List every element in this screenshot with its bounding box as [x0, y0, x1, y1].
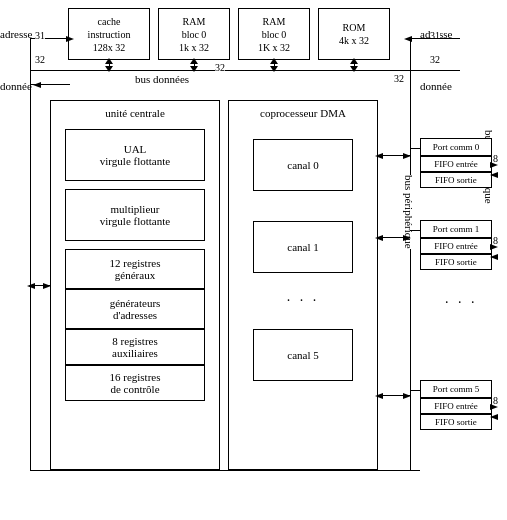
- ual-label: UALvirgule flottante: [100, 143, 170, 167]
- port1-out-arrow: [490, 242, 504, 252]
- uc-left-arrow: [43, 281, 53, 291]
- dma-label: coprocesseur DMA: [260, 107, 346, 119]
- cache-arrows: [103, 58, 115, 72]
- svg-marker-13: [403, 235, 411, 241]
- port0-box: Port comm 0: [420, 138, 492, 156]
- canal1-arrow-left: [375, 233, 385, 243]
- canal1-label: canal 1: [287, 241, 318, 253]
- ual-box: UALvirgule flottante: [65, 129, 205, 181]
- gen-addr-label: générateursd'adresses: [110, 297, 161, 321]
- svg-marker-24: [27, 283, 35, 289]
- svg-marker-2: [190, 58, 198, 64]
- reg16-label: 16 registresde contrôle: [109, 371, 160, 395]
- fifo0-in-label: FIFO entrée: [434, 159, 478, 169]
- port0-label: Port comm 0: [433, 142, 480, 152]
- reg16-box: 16 registresde contrôle: [65, 365, 205, 401]
- canal5-box: canal 5: [253, 329, 353, 381]
- canal0-arrow-left: [375, 151, 385, 161]
- canal1-arrow-right: [403, 233, 413, 243]
- right-vbus-bottom: [410, 410, 411, 470]
- addr-right-arrow2: [404, 34, 414, 44]
- canal0-label: canal 0: [287, 159, 318, 171]
- fifo5-in-box: FIFO entrée: [420, 398, 492, 414]
- port0-in-arrow: [490, 170, 504, 180]
- port5-out-arrow: [490, 402, 504, 412]
- right-hbus-bot: [410, 70, 460, 71]
- uc-left-arrow2: [27, 281, 37, 291]
- cache-box: cache instruction 128x 32: [68, 8, 150, 60]
- donnee-left-label: donnée: [0, 80, 32, 92]
- right-hbus-top: [410, 38, 460, 39]
- svg-marker-4: [270, 58, 278, 64]
- num32-right: 32: [430, 54, 440, 65]
- reg8-label: 8 registresauxiliaires: [112, 335, 158, 359]
- port5-box: Port comm 5: [420, 380, 492, 398]
- svg-marker-1: [105, 66, 113, 72]
- ram1-arrows: [268, 58, 280, 72]
- reg12-label: 12 registresgénéraux: [109, 257, 160, 281]
- port1-in-arrow: [490, 252, 504, 262]
- svg-marker-7: [350, 66, 358, 72]
- fifo5-out-label: FIFO sortie: [435, 417, 477, 427]
- port5-in-arrow: [490, 412, 504, 422]
- port1-label: Port comm 1: [433, 224, 480, 234]
- fifo1-out-label: FIFO sortie: [435, 257, 477, 267]
- bus-donnees-label: bus données: [135, 73, 189, 85]
- fifo1-in-label: FIFO entrée: [434, 241, 478, 251]
- fifo5-in-label: FIFO entrée: [434, 401, 478, 411]
- num32-rightbus: 32: [394, 73, 404, 84]
- addr-left-vline: [30, 38, 31, 70]
- canal0-box: canal 0: [253, 139, 353, 191]
- svg-marker-6: [350, 58, 358, 64]
- rom-box: ROM 4k x 32: [318, 8, 390, 60]
- svg-marker-9: [33, 82, 41, 88]
- svg-marker-16: [375, 393, 383, 399]
- ram1-box: RAM bloc 0 1K x 32: [238, 8, 310, 60]
- canal5-label: canal 5: [287, 349, 318, 361]
- num31-right: 31: [430, 30, 440, 41]
- ram0-box: RAM bloc 0 1k x 32: [158, 8, 230, 60]
- svg-marker-22: [490, 414, 498, 420]
- donnee-right-label: donnée: [420, 80, 452, 92]
- ram1-label: RAM bloc 0 1K x 32: [258, 15, 290, 54]
- svg-marker-20: [490, 254, 498, 260]
- mult-box: multiplieurvirgule flottante: [65, 189, 205, 241]
- svg-marker-14: [375, 235, 383, 241]
- reg8-box: 8 registresauxiliaires: [65, 329, 205, 365]
- fifo0-in-box: FIFO entrée: [420, 156, 492, 172]
- svg-marker-15: [403, 393, 411, 399]
- ram0-arrows: [188, 58, 200, 72]
- svg-marker-21: [490, 404, 498, 410]
- bus-32-label: 32: [215, 62, 225, 73]
- addr-right-arrow: [66, 34, 76, 44]
- donnee-left-arrow: [33, 80, 43, 90]
- unite-centrale-label: unité centrale: [105, 107, 165, 119]
- cache-label: cache instruction 128x 32: [88, 15, 131, 54]
- port0-out-arrow: [490, 160, 504, 170]
- svg-marker-17: [490, 162, 498, 168]
- svg-marker-18: [490, 172, 498, 178]
- canal5-arrow-right: [403, 391, 413, 401]
- fifo5-out-box: FIFO sortie: [420, 414, 492, 430]
- left-hbus-bottom: [30, 470, 420, 471]
- svg-marker-3: [190, 66, 198, 72]
- svg-marker-10: [404, 36, 412, 42]
- unite-centrale-box: unité centrale UALvirgule flottante mult…: [50, 100, 220, 470]
- port1-box: Port comm 1: [420, 220, 492, 238]
- canal5-arrow-left: [375, 391, 385, 401]
- fifo0-out-label: FIFO sortie: [435, 175, 477, 185]
- port-dots: · · ·: [445, 295, 478, 311]
- svg-marker-19: [490, 244, 498, 250]
- num32-left: 32: [35, 54, 45, 65]
- fifo1-in-box: FIFO entrée: [420, 238, 492, 254]
- rom-arrows: [348, 58, 360, 72]
- num31-left: 31: [35, 30, 45, 41]
- ram0-label: RAM bloc 0 1k x 32: [179, 15, 209, 54]
- canal1-box: canal 1: [253, 221, 353, 273]
- svg-marker-8: [66, 36, 74, 42]
- left-vbus-down: [30, 70, 31, 470]
- svg-marker-12: [375, 153, 383, 159]
- svg-marker-11: [403, 153, 411, 159]
- fifo0-out-box: FIFO sortie: [420, 172, 492, 188]
- canal0-arrow-right: [403, 151, 413, 161]
